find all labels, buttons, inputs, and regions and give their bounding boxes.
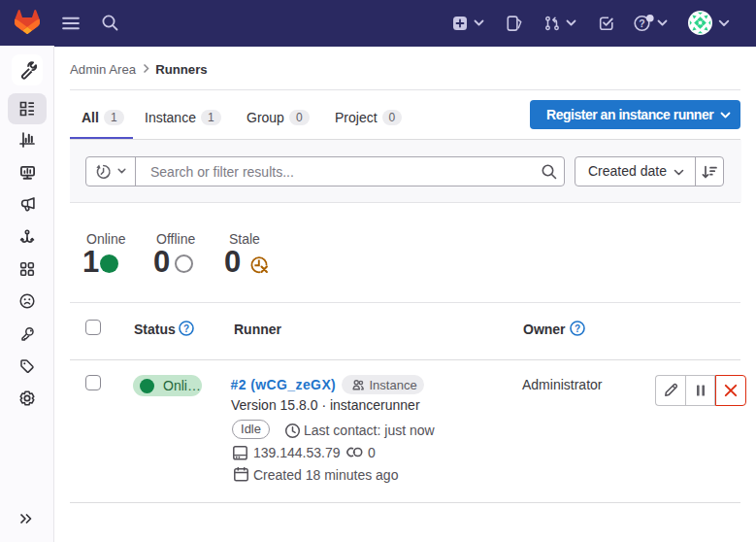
svg-text:?: ? (183, 323, 189, 334)
svg-text:?: ? (575, 323, 580, 334)
svg-text:?: ? (639, 17, 644, 29)
